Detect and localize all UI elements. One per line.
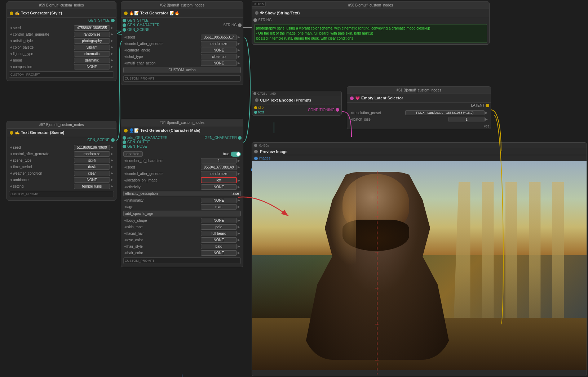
ethnicity-row: ◀ ethnicity NONE ▶ <box>121 184 243 190</box>
node-62-header: #62 Bjornulf_custom_nodes <box>121 2 243 9</box>
seed-value[interactable]: 475886913805355 <box>74 25 110 31</box>
node-61-header: #61 Bjornulf_custom_nodes <box>347 87 491 94</box>
node-57-dot <box>10 131 13 135</box>
gen-char-in-label: GEN_CHARACTER <box>127 23 159 27</box>
latent-out-label: LATENT <box>471 103 485 107</box>
gen-outfit-port[interactable] <box>123 140 126 144</box>
node-59-title: ✍️ Text Generator (Style) <box>7 9 116 18</box>
node-64-header: #64 Bjornulf_custom_nodes <box>121 119 243 126</box>
node-58-title: 👁 Show (String/Text) <box>252 9 489 17</box>
node-58-dot <box>255 11 258 15</box>
node-60-title-text: CLIP Text Encode (Prompt) <box>260 98 311 102</box>
preview-timing: 0.450s <box>259 144 269 147</box>
specific-age-label: add_specific_age <box>125 212 153 216</box>
gen-style-in-port[interactable] <box>123 19 126 22</box>
images-label: images <box>259 156 270 160</box>
enabled-toggle[interactable] <box>231 152 241 157</box>
resolution-value[interactable]: FLUX - Landscape - 1856x1088 (~16:9) <box>405 110 485 115</box>
node-64: #64 Bjornulf_custom_nodes 👤📝 Text Genera… <box>121 119 243 267</box>
node-59-palette-row: ◀ color_palette vibrant ▶ <box>7 44 116 50</box>
add-gen-char-port[interactable] <box>123 136 126 140</box>
specific-age-row: add_specific_age <box>121 210 243 217</box>
preview-image <box>252 161 587 370</box>
gen-scene-in-port[interactable] <box>123 28 126 32</box>
gen-char-in-port[interactable] <box>123 23 126 27</box>
enabled-row: enabled true <box>121 151 243 157</box>
node-59-header: #59 Bjornulf_custom_nodes <box>7 2 116 9</box>
node-64-seed-row: ◀ seed 955041377388149 ▶ <box>121 164 243 170</box>
gen-scene-output-port[interactable] <box>111 138 115 142</box>
node-60-title: CLIP Text Encode (Prompt) <box>252 96 341 104</box>
node-64-body: enabled true ◀ number_of_characters 1 ▶ … <box>121 149 243 267</box>
node-63-id: #63 <box>347 124 491 129</box>
gen-char-out-label: GEN_CHARACTER <box>205 136 237 140</box>
nationality-value[interactable]: NONE <box>201 198 237 203</box>
string-in-label: STRING <box>258 18 272 22</box>
node-59-lighting-row: ◀ lighting_type cinematic ▶ <box>7 50 116 57</box>
ethnicity-desc-row: ethnicity_description false <box>121 190 243 197</box>
node-59-composition-row: ◀ composition NONE ▶ <box>7 63 116 70</box>
gen-style-in-label: GEN_STYLE <box>127 18 149 22</box>
custom-action-field[interactable]: CUSTOM_action <box>123 67 241 73</box>
node-60-id: #60 <box>270 92 276 95</box>
gen-style-output-label: GEN_STYLE <box>88 18 110 22</box>
preview-status-dot <box>254 150 258 153</box>
node-57: #57 Bjornulf_custom_nodes ✍️ Text Genera… <box>6 121 116 201</box>
node-57-header: #57 Bjornulf_custom_nodes <box>7 121 116 129</box>
string-out-port[interactable] <box>238 23 242 27</box>
node-61-title-text: 💗 Empty Latent Selector <box>355 96 403 100</box>
clip-in-port[interactable] <box>254 106 257 109</box>
node-59-seed-row: ◀ seed 475886913805355 ▶ <box>7 24 116 31</box>
gen-style-output-port[interactable] <box>111 19 115 22</box>
seed-left-arrow[interactable]: ◀ <box>9 26 13 30</box>
node-64-custom-prompt[interactable]: CUSTOM_PROMPT <box>123 257 241 264</box>
timing-dot-60 <box>253 92 256 95</box>
location-row: ◀ location_on_image left ▶ <box>121 177 243 184</box>
location-value[interactable]: left <box>201 177 237 183</box>
string-in-port[interactable] <box>253 18 257 22</box>
node-64-title: 👤📝 Text Generator (Character Male) <box>121 126 243 135</box>
ethnicity-value[interactable]: NONE <box>201 184 237 190</box>
conditioning-out-port[interactable] <box>336 108 339 112</box>
node-62-body: ◀ seed 356119853655317 ▶ ◀ control_after… <box>121 32 243 85</box>
node-57-title-text: ✍️ Text Generator (Scene) <box>15 130 64 135</box>
ethnicity-desc-label: ethnicity_description <box>125 192 158 196</box>
timing-badge-001: 0.001s <box>252 1 266 6</box>
seed-right-arrow[interactable]: ▶ <box>110 26 114 30</box>
num-chars-value[interactable]: 1 <box>201 158 237 163</box>
clip-in-label: clip <box>258 106 264 109</box>
gen-outfit-label: GEN_OUTFIT <box>127 140 150 144</box>
node-61-dot <box>350 97 354 100</box>
node-57-seed-row: ◀ seed 511860818670609 ▶ <box>7 144 116 151</box>
age-value[interactable]: man <box>201 204 237 210</box>
node-59-custom-prompt[interactable]: CUSTOM_PROMPT <box>9 71 114 78</box>
add-gen-char-label: add_GEN_CHARACTER <box>127 136 168 140</box>
node-62-custom-prompt[interactable]: CUSTOM_PROMPT <box>123 75 241 82</box>
age-row: ◀ age man ▶ <box>121 203 243 210</box>
gen-pose-port[interactable] <box>123 145 126 148</box>
ethnicity-desc-value[interactable]: false <box>231 192 239 196</box>
node-58-output-text: photography style, using a vibrant color… <box>254 24 487 43</box>
enabled-value: true <box>223 152 229 156</box>
node-58: #58 Bjornulf_custom_nodes 👁 Show (String… <box>252 1 490 45</box>
node-59-artistic-row: ◀ artistic_style photography ▶ <box>7 37 116 44</box>
conditioning-out-label: CONDITIONING <box>308 108 335 112</box>
gen-char-out-port[interactable] <box>238 136 242 140</box>
node-58-header: #58 Bjornulf_custom_nodes <box>252 2 489 9</box>
node-57-body: ◀ seed 511860818670609 ▶ ◀ control_after… <box>7 143 116 200</box>
node-59-body: ◀ seed 475886913805355 ▶ ◀ control_after… <box>7 23 116 81</box>
batch-size-value[interactable]: 1 <box>448 117 485 122</box>
node-61-title: 💗 Empty Latent Selector <box>347 94 491 103</box>
images-port[interactable] <box>254 157 258 160</box>
node-58-title-text: 👁 Show (String/Text) <box>260 11 300 15</box>
node-59: #59 Bjornulf_custom_nodes ✍️ Text Genera… <box>6 1 116 81</box>
text-in-port[interactable] <box>254 111 257 114</box>
latent-out-port[interactable] <box>486 104 489 107</box>
node-64-seed-value[interactable]: 955041377388149 <box>201 165 237 170</box>
node-57-custom-prompt[interactable]: CUSTOM_PROMPT <box>9 191 114 197</box>
gen-pose-label: GEN_POSE <box>127 144 147 148</box>
timing-60: 0.725s <box>257 92 267 95</box>
preview-node: 0.450s Preview Image images <box>252 142 587 376</box>
node-64-dot <box>124 129 128 133</box>
node-62-title: 🔥📝 Text Generator 📝🔥 <box>121 9 243 18</box>
